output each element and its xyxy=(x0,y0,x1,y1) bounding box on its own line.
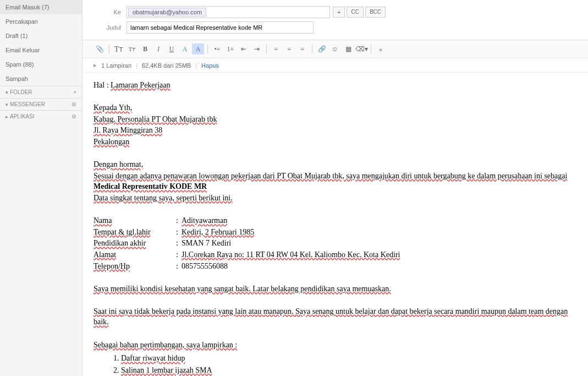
sidebar-item-chat[interactable]: Percakapan xyxy=(0,14,82,29)
font-color-icon[interactable]: A xyxy=(179,43,191,55)
font-increase-icon[interactable]: Tᴛ xyxy=(113,43,125,55)
sidebar-item-trash[interactable]: Sampah xyxy=(0,72,82,86)
chevron-down-icon: ▾ xyxy=(6,90,8,95)
sidebar-item-inbox[interactable]: Email Masuk (7) xyxy=(0,0,82,14)
format-toolbar: 📎 Tᴛ Tᴛ B I U A A •≡ 1≡ ⇤ ⇥ ≡ ≡ ≡ 🔗 ☺ ▦ … xyxy=(83,40,588,58)
subject-input[interactable] xyxy=(127,21,314,34)
sidebar-item-draft[interactable]: Draft (1) xyxy=(0,29,82,43)
underline-icon[interactable]: U xyxy=(166,43,178,55)
italic-icon[interactable]: I xyxy=(152,43,164,55)
chevron-right-icon: ▸ xyxy=(6,114,8,119)
compose-pane: Ke obatmujarab@yahoo.com + CC BCC Judul … xyxy=(83,0,588,376)
gear-icon[interactable]: ⚙ xyxy=(72,113,76,119)
email-body[interactable]: Hal : Lamaran Pekerjaan Kepada Yth, Kaba… xyxy=(83,73,588,376)
subject-label: Judul xyxy=(99,24,127,31)
recipient-chip[interactable]: obatmujarab@yahoo.com xyxy=(128,8,206,17)
gear-icon[interactable]: ⚙ xyxy=(72,101,76,107)
font-decrease-icon[interactable]: Tᴛ xyxy=(126,43,138,55)
number-list-icon[interactable]: 1≡ xyxy=(224,43,237,55)
bullet-list-icon[interactable]: •≡ xyxy=(211,43,223,55)
add-recipient-button[interactable]: + xyxy=(333,7,345,18)
sidebar-section-messenger[interactable]: ▾MESSENGER ⚙ xyxy=(0,98,82,110)
outdent-icon[interactable]: ⇤ xyxy=(238,43,250,55)
attach-icon[interactable]: 📎 xyxy=(94,43,106,55)
attachment-bar: ▸ 1 Lampiran | 62,4KB dari 25MB | Hapus xyxy=(83,58,588,73)
expand-attachments-icon[interactable]: ▸ xyxy=(94,62,97,69)
sidebar-section-apps[interactable]: ▸APLIKASI ⚙ xyxy=(0,110,82,122)
cc-button[interactable]: CC xyxy=(347,7,363,18)
align-right-icon[interactable]: ≡ xyxy=(296,43,309,55)
clear-format-icon[interactable]: ⌫▾ xyxy=(355,43,367,55)
attachment-size: 62,4KB dari 25MB xyxy=(142,62,191,69)
emoji-icon[interactable]: ☺ xyxy=(329,43,341,55)
sidebar-item-sent[interactable]: Email Keluar xyxy=(0,43,82,57)
template-icon[interactable]: ▦ xyxy=(342,43,354,55)
sidebar-item-spam[interactable]: Spam (88) xyxy=(0,57,82,72)
align-left-icon[interactable]: ≡ xyxy=(270,43,282,55)
attachment-count: 1 Lampiran xyxy=(101,62,131,69)
link-icon[interactable]: 🔗 xyxy=(316,43,328,55)
bold-icon[interactable]: B xyxy=(139,43,151,55)
sidebar-section-folder[interactable]: ▾FOLDER + xyxy=(0,86,82,98)
align-center-icon[interactable]: ≡ xyxy=(283,43,295,55)
collapse-toolbar-icon[interactable]: « xyxy=(375,43,387,55)
to-label: Ke xyxy=(99,9,127,15)
add-folder-icon[interactable]: + xyxy=(73,89,76,95)
indent-icon[interactable]: ⇥ xyxy=(251,43,263,55)
bcc-button[interactable]: BCC xyxy=(365,7,386,18)
sidebar: Email Masuk (7) Percakapan Draft (1) Ema… xyxy=(0,0,83,376)
remove-attachment-link[interactable]: Hapus xyxy=(201,62,219,69)
to-field[interactable]: obatmujarab@yahoo.com xyxy=(127,6,330,18)
highlight-icon[interactable]: A xyxy=(192,43,204,55)
chevron-down-icon: ▾ xyxy=(6,102,8,107)
